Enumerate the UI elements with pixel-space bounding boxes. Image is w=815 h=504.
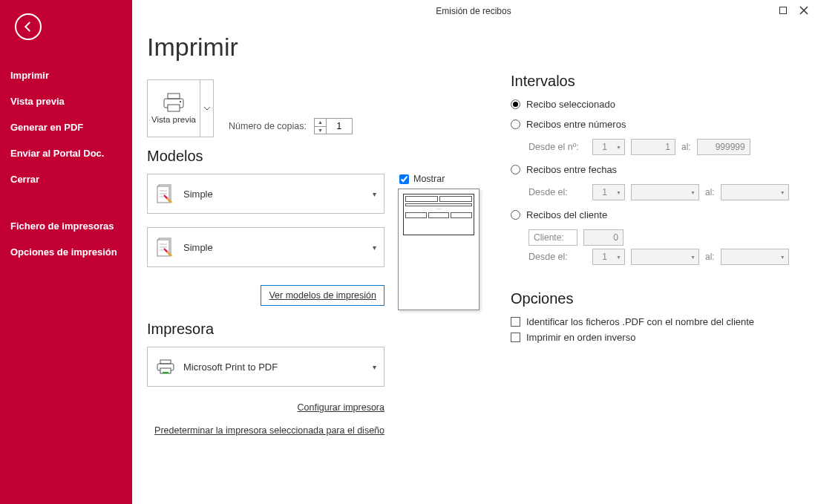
sidebar-item-cerrar[interactable]: Cerrar [0, 166, 132, 192]
mostrar-checkbox-row[interactable]: Mostrar [398, 174, 479, 184]
vista-previa-label: Vista previa [151, 115, 196, 124]
numbers-al-label: al: [681, 142, 691, 152]
radio-recibo-seleccionado[interactable] [511, 99, 520, 109]
chevron-down-icon: ▾ [373, 243, 376, 252]
radio-recibos-cliente-label: Recibos del cliente [526, 209, 607, 220]
radio-recibos-numeros[interactable] [511, 120, 520, 129]
cliente-desde-combo[interactable]: ▼ [631, 249, 699, 265]
dates-hasta-combo[interactable]: ▼ [721, 184, 789, 200]
sidebar-item-opciones-impresion[interactable]: Opciones de impresión [0, 239, 132, 265]
sidebar-item-vista-previa[interactable]: Vista previa [0, 88, 132, 114]
dates-serie-combo[interactable]: 1▼ [592, 184, 625, 200]
radio-recibos-fechas[interactable] [511, 165, 520, 174]
document-icon [155, 237, 176, 258]
numbers-hasta-input[interactable]: 999999 [697, 139, 750, 155]
radio-recibos-fechas-label: Recibos entre fechas [526, 164, 617, 175]
chevron-down-icon [204, 107, 210, 111]
arrow-left-icon [22, 20, 35, 33]
preview-thumbnail: ········· [398, 189, 479, 310]
cliente-hasta-combo[interactable]: ▼ [721, 249, 789, 265]
predeterminar-impresora-link[interactable]: Predeterminar la impresora seleccionada … [154, 425, 384, 436]
window-title: Emisión de recibos [436, 6, 511, 16]
back-button[interactable] [15, 13, 42, 40]
svg-rect-3 [168, 105, 180, 111]
intervalos-heading: Intervalos [511, 73, 789, 90]
model-2-label: Simple [183, 242, 373, 253]
vista-previa-dropdown[interactable] [200, 80, 213, 137]
model-select-1[interactable]: Simple ▾ [147, 174, 384, 214]
printer-name: Microsoft Print to PDF [183, 361, 373, 373]
copies-spinner[interactable]: ▲ ▼ [314, 118, 353, 134]
close-icon [799, 6, 808, 15]
printer-heading: Impresora [147, 321, 488, 338]
sidebar-item-imprimir[interactable]: Imprimir [0, 62, 132, 88]
mostrar-checkbox[interactable] [399, 174, 409, 184]
cliente-serie-combo[interactable]: 1▼ [592, 249, 625, 265]
checkbox-orden-inverso[interactable] [511, 333, 520, 342]
svg-rect-12 [163, 372, 168, 373]
svg-rect-1 [168, 94, 180, 99]
cliente-id-input[interactable]: 0 [583, 229, 623, 246]
ver-modelos-link[interactable]: Ver modelos de impresión [261, 285, 384, 306]
numbers-serie-combo[interactable]: 1▼ [592, 139, 625, 155]
titlebar: Emisión de recibos [132, 0, 815, 22]
maximize-button[interactable] [775, 3, 791, 18]
dates-desde-label: Desde el: [528, 187, 586, 197]
copies-input[interactable] [327, 119, 352, 134]
maximize-icon [779, 7, 787, 14]
svg-rect-9 [160, 360, 171, 364]
sidebar: Imprimir Vista previa Generar en PDF Env… [0, 0, 132, 504]
copies-label: Número de copias: [229, 121, 307, 131]
sidebar-item-enviar-portal[interactable]: Enviar al Portal Doc. [0, 140, 132, 166]
chevron-down-icon: ▾ [373, 190, 376, 198]
checkbox-identificar-pdf[interactable] [511, 317, 520, 327]
printer-icon [162, 93, 186, 112]
configurar-impresora-link[interactable]: Configurar impresora [298, 402, 384, 413]
sidebar-item-fichero-impresoras[interactable]: Fichero de impresoras [0, 213, 132, 239]
dates-desde-combo[interactable]: ▼ [631, 184, 699, 200]
svg-rect-0 [780, 7, 787, 14]
checkbox-orden-inverso-label: Imprimir en orden inverso [526, 332, 635, 343]
radio-recibos-numeros-label: Recibos entre números [526, 119, 626, 130]
models-heading: Modelos [147, 148, 488, 165]
printer-ready-icon [155, 359, 176, 374]
spinner-up[interactable]: ▲ [315, 119, 326, 127]
document-icon [155, 183, 176, 204]
page-title: Imprimir [147, 33, 488, 62]
close-button[interactable] [796, 3, 812, 18]
mostrar-label: Mostrar [413, 174, 445, 184]
spinner-down[interactable]: ▼ [315, 127, 326, 134]
model-select-2[interactable]: Simple ▾ [147, 227, 384, 267]
numbers-desde-label: Desde el nº: [528, 142, 586, 152]
radio-recibo-seleccionado-label: Recibo seleccionado [526, 99, 615, 110]
opciones-heading: Opciones [511, 290, 789, 307]
cliente-label-box: Cliente: [528, 229, 577, 246]
radio-recibos-cliente[interactable] [511, 210, 520, 220]
printer-select[interactable]: Microsoft Print to PDF ▾ [147, 347, 384, 387]
sidebar-item-generar-pdf[interactable]: Generar en PDF [0, 114, 132, 140]
svg-point-4 [180, 101, 181, 102]
numbers-desde-input[interactable]: 1 [631, 139, 675, 155]
dates-al-label: al: [705, 187, 715, 197]
checkbox-identificar-pdf-label: Identificar los ficheros .PDF con el nom… [526, 316, 754, 327]
vista-previa-button[interactable]: Vista previa [147, 79, 214, 137]
cliente-al-label: al: [705, 252, 715, 262]
cliente-desde-label: Desde el: [528, 252, 586, 262]
chevron-down-icon: ▾ [373, 363, 376, 371]
model-1-label: Simple [183, 189, 373, 200]
